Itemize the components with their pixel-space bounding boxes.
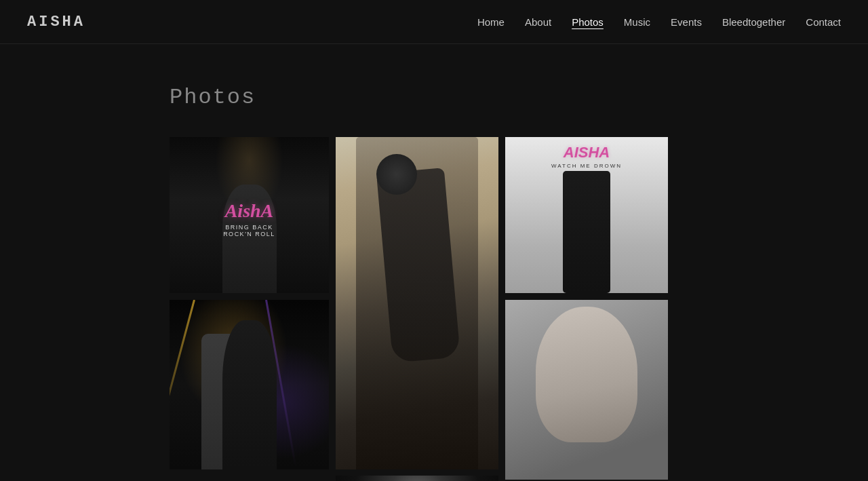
photo-item-3[interactable]: AISHA WATCH ME DROWN	[505, 137, 668, 293]
photo-overlay-text: AishA Bring Back Rock'n Roll	[210, 200, 290, 237]
main-nav: Home About Photos Music Events Bleedtoge…	[477, 16, 841, 28]
photo-grid: AishA Bring Back Rock'n Roll AISHA WATCH	[170, 137, 698, 481]
photo-item-6[interactable]	[505, 300, 668, 480]
site-header: AISHA Home About Photos Music Events Ble…	[0, 0, 868, 44]
photo-concert-lights	[170, 300, 329, 469]
photo-dark-singer	[336, 476, 498, 481]
singer-shape	[222, 320, 277, 469]
main-content: Photos AishA Bring Back Rock'n Roll	[0, 44, 868, 481]
photo-album: AISHA WATCH ME DROWN	[505, 137, 668, 293]
nav-photos[interactable]: Photos	[572, 16, 604, 28]
aisha-logo: AishA	[210, 200, 290, 222]
nav-bleedtogether[interactable]: Bleedtogether	[722, 16, 785, 28]
album-text: AISHA WATCH ME DROWN	[551, 144, 622, 169]
album-title: AISHA	[551, 144, 622, 161]
light-beam-1	[170, 300, 195, 464]
photo-item-5[interactable]	[336, 476, 498, 481]
nav-about[interactable]: About	[525, 16, 551, 28]
site-logo[interactable]: AISHA	[27, 14, 85, 31]
figure-silhouette	[356, 137, 478, 469]
photo-concert-dark: AishA Bring Back Rock'n Roll	[170, 137, 329, 293]
album-subtitle: WATCH ME DROWN	[551, 163, 622, 169]
photo-item-1[interactable]: AishA Bring Back Rock'n Roll	[170, 137, 329, 293]
nav-events[interactable]: Events	[671, 16, 702, 28]
portrait-face	[536, 307, 637, 442]
aisha-subtitle: Bring Back Rock'n Roll	[210, 224, 290, 237]
photo-portrait	[505, 300, 668, 480]
photo-guitar	[336, 137, 498, 469]
page-title: Photos	[170, 85, 698, 110]
photo-item-4[interactable]	[170, 300, 329, 469]
nav-home[interactable]: Home	[477, 16, 505, 28]
photo-item-2[interactable]	[336, 137, 498, 469]
nav-contact[interactable]: Contact	[806, 16, 841, 28]
nav-music[interactable]: Music	[624, 16, 650, 28]
